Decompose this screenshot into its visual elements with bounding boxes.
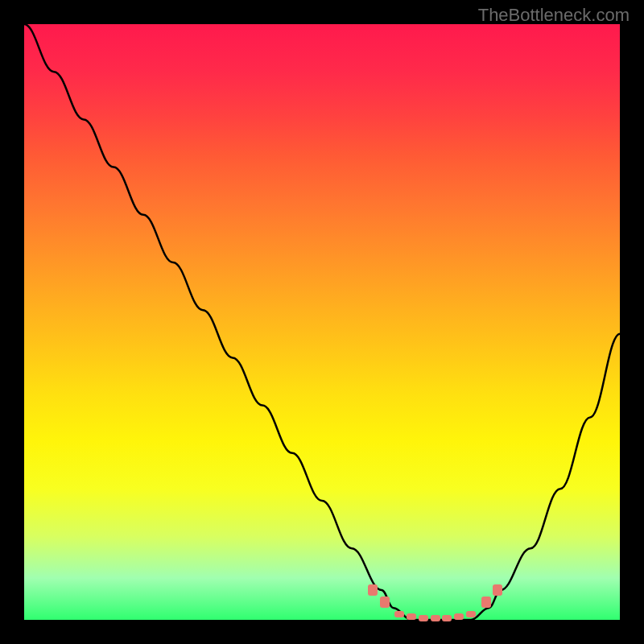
curve-svg xyxy=(24,24,620,620)
marker-dot xyxy=(394,611,404,617)
marker-dot xyxy=(454,613,464,620)
marker-dot xyxy=(466,611,476,617)
marker-dot xyxy=(493,584,502,596)
marker-dot xyxy=(380,597,390,608)
marker-dot xyxy=(407,613,416,620)
marker-dot xyxy=(431,615,440,621)
marker-dot xyxy=(481,597,491,608)
chart-plot-area xyxy=(24,24,620,620)
watermark-text: TheBottleneck.com xyxy=(478,5,630,26)
marker-dot xyxy=(442,615,452,621)
marker-dot xyxy=(419,615,428,621)
bottleneck-curve-path xyxy=(24,24,620,620)
marker-dot xyxy=(368,584,378,596)
